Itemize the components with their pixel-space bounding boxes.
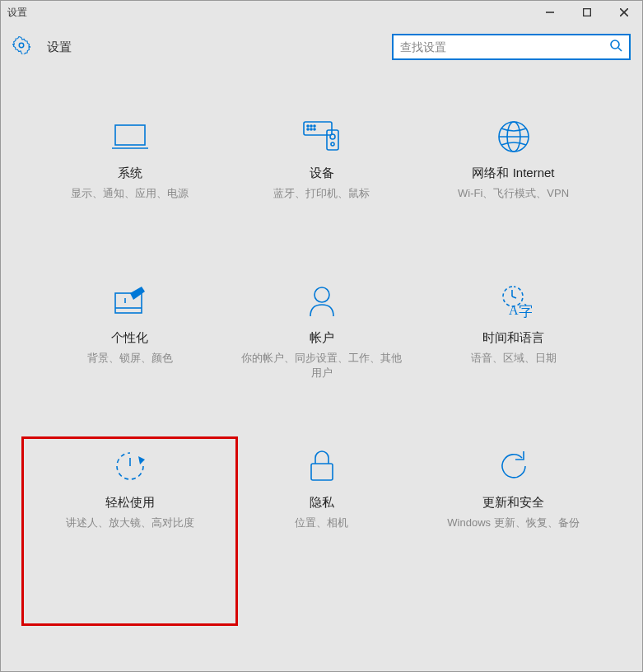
tile-subtitle: 讲述人、放大镜、高对比度 [66, 516, 194, 530]
tile-subtitle: Wi-Fi、飞行模式、VPN [458, 186, 569, 201]
svg-point-25 [315, 287, 329, 302]
svg-point-4 [19, 43, 24, 48]
tile-title: 轻松使用 [105, 495, 155, 511]
svg-point-10 [307, 125, 309, 127]
tile-privacy[interactable]: 隐私 位置、相机 [226, 449, 417, 614]
tile-title: 设备 [310, 166, 334, 181]
svg-point-13 [307, 128, 309, 130]
svg-rect-16 [327, 130, 338, 150]
tile-title: 帐户 [310, 330, 334, 346]
svg-rect-7 [115, 125, 145, 145]
tile-subtitle: 显示、通知、应用、电源 [71, 186, 189, 201]
header: 设置 [1, 24, 642, 70]
svg-line-27 [512, 296, 516, 298]
tile-title: 网络和 Internet [472, 166, 554, 181]
svg-text:A: A [509, 303, 519, 317]
tile-subtitle: 你的帐户、同步设置、工作、其他用户 [240, 351, 403, 380]
tile-title: 隐私 [310, 495, 334, 511]
close-button[interactable] [605, 1, 642, 24]
window-controls [531, 1, 642, 24]
search-icon [609, 39, 622, 55]
tile-title: 更新和安全 [482, 495, 544, 511]
svg-point-5 [611, 40, 619, 49]
minimize-button[interactable] [531, 1, 568, 24]
update-icon [497, 449, 530, 483]
tile-accounts[interactable]: 帐户 你的帐户、同步设置、工作、其他用户 [226, 284, 417, 449]
svg-rect-1 [583, 9, 590, 16]
personalization-icon [114, 284, 147, 319]
tile-subtitle: 位置、相机 [295, 516, 348, 530]
svg-point-12 [314, 125, 315, 127]
tile-ease-of-access[interactable]: 轻松使用 讲述人、放大镜、高对比度 [19, 434, 240, 628]
tile-devices[interactable]: 设备 蓝牙、打印机、鼠标 [226, 119, 417, 284]
tile-update-security[interactable]: 更新和安全 Windows 更新、恢复、备份 [417, 449, 609, 614]
tile-system[interactable]: 系统 显示、通知、应用、电源 [34, 119, 226, 284]
tile-title: 个性化 [111, 330, 148, 346]
tile-title: 系统 [118, 166, 142, 181]
svg-point-15 [314, 128, 315, 130]
page-title: 设置 [47, 40, 72, 55]
svg-text:字: 字 [519, 303, 532, 318]
svg-line-6 [618, 48, 622, 51]
svg-point-17 [330, 134, 335, 139]
close-icon [620, 8, 628, 16]
search-input[interactable] [400, 40, 609, 54]
maximize-button[interactable] [568, 1, 605, 24]
svg-point-11 [310, 125, 312, 127]
ease-of-access-icon [114, 449, 147, 483]
tile-subtitle: 背景、锁屏、颜色 [87, 351, 173, 366]
tile-subtitle: 蓝牙、打印机、鼠标 [273, 186, 370, 201]
accounts-icon [307, 284, 337, 319]
tile-personalization[interactable]: 个性化 背景、锁屏、颜色 [34, 284, 226, 449]
maximize-icon [583, 8, 591, 16]
tile-subtitle: Windows 更新、恢复、备份 [447, 516, 579, 530]
display-icon [112, 119, 148, 154]
window-title: 设置 [7, 6, 27, 20]
minimize-icon [546, 8, 554, 16]
lock-icon [309, 449, 335, 483]
tile-subtitle: 语音、区域、日期 [471, 351, 557, 366]
svg-point-14 [310, 128, 312, 130]
titlebar: 设置 [1, 1, 642, 24]
svg-point-18 [331, 142, 334, 146]
search-box[interactable] [392, 34, 631, 60]
globe-icon [497, 119, 530, 154]
devices-icon [302, 119, 342, 154]
gear-icon [12, 36, 30, 58]
svg-rect-31 [311, 464, 333, 480]
time-language-icon: A字 [496, 284, 532, 319]
tile-title: 时间和语言 [482, 330, 544, 346]
tile-network[interactable]: 网络和 Internet Wi-Fi、飞行模式、VPN [417, 119, 609, 284]
tile-time-language[interactable]: A字 时间和语言 语音、区域、日期 [417, 284, 609, 449]
settings-grid: 系统 显示、通知、应用、电源 设备 蓝牙、打印机、鼠标 网络和 Internet… [1, 70, 642, 630]
